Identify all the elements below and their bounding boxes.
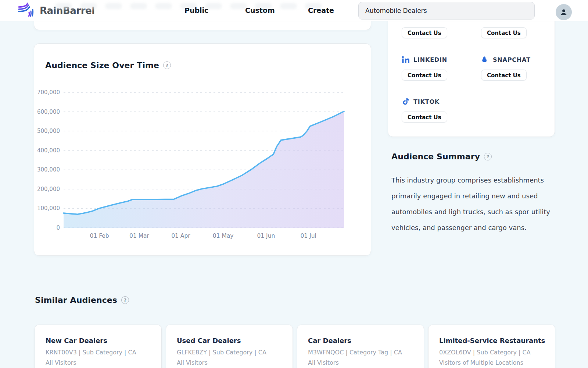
similar-card-meta: GLFKE8ZY | Sub Category | CA <box>177 349 285 356</box>
audience-summary-body: This industry group comprises establishm… <box>391 172 561 236</box>
nav-ghost-item <box>105 3 122 9</box>
summary-line: primarily engaged in retailing new and u… <box>391 188 561 204</box>
similar-audience-card[interactable]: Car Dealers M3WFNQOC | Category Tag | CA… <box>297 325 424 368</box>
similar-card-title: New Car Dealers <box>46 337 154 344</box>
contact-us-button[interactable]: Contact Us <box>402 112 447 123</box>
platform-linkedin: LINKEDIN <box>402 56 447 64</box>
platform-label: LINKEDIN <box>413 56 447 63</box>
contact-us-button[interactable]: Contact Us <box>402 27 447 38</box>
svg-text:01 Apr: 01 Apr <box>171 233 190 239</box>
help-icon[interactable]: ? <box>121 296 129 304</box>
contact-us-button[interactable]: Contact Us <box>481 27 527 38</box>
nav-ghost-item <box>80 3 97 9</box>
similar-card-title: Car Dealers <box>308 337 416 344</box>
contact-us-button[interactable]: Contact Us <box>481 70 527 81</box>
similar-card-meta: KRNT00V3 | Sub Category | CA <box>46 349 154 356</box>
svg-text:200,000: 200,000 <box>37 186 60 192</box>
platform-tiktok: TIKTOK <box>402 98 440 106</box>
help-icon[interactable]: ? <box>484 153 492 160</box>
svg-text:01 Mar: 01 Mar <box>129 233 150 239</box>
svg-text:300,000: 300,000 <box>37 166 60 173</box>
svg-text:0: 0 <box>56 224 60 231</box>
similar-card-audience: Visitors of Multiple Locations <box>439 359 548 366</box>
similar-audiences-list: New Car Dealers KRNT00V3 | Sub Category … <box>35 325 555 368</box>
svg-text:01 Feb: 01 Feb <box>90 233 109 239</box>
similar-card-title: Limited-Service Restaurants <box>439 337 548 344</box>
platform-label: SNAPCHAT <box>493 56 531 63</box>
svg-text:400,000: 400,000 <box>37 147 60 154</box>
nav-ghost-item <box>55 3 72 9</box>
audience-search-input[interactable] <box>358 2 535 20</box>
svg-text:500,000: 500,000 <box>37 128 60 134</box>
summary-line: vehicles, and passenger and cargo vans. <box>391 220 561 236</box>
tiktok-icon <box>402 98 410 106</box>
similar-card-title: Used Car Dealers <box>177 337 285 344</box>
nav-create[interactable]: Create <box>308 6 334 14</box>
summary-line: This industry group comprises establishm… <box>391 172 561 188</box>
svg-text:600,000: 600,000 <box>37 109 60 115</box>
similar-card-audience: All Visitors <box>177 359 285 366</box>
platform-label: TIKTOK <box>413 98 440 105</box>
chart-title: Audience Size Over Time <box>45 61 159 70</box>
svg-text:01 Jun: 01 Jun <box>257 233 275 239</box>
snapchat-icon <box>481 56 490 64</box>
nav-custom[interactable]: Custom <box>245 6 275 14</box>
nav-public[interactable]: Public <box>184 6 208 14</box>
audience-summary: Audience Summary ? This industry group c… <box>391 152 561 236</box>
svg-text:01 Jul: 01 Jul <box>300 233 316 239</box>
similar-audience-card[interactable]: New Car Dealers KRNT00V3 | Sub Category … <box>35 325 162 368</box>
linkedin-icon <box>402 56 410 64</box>
nav-ghost-item <box>230 3 247 9</box>
nav-ghost-item <box>130 3 147 9</box>
svg-text:100,000: 100,000 <box>37 205 60 212</box>
help-icon[interactable]: ? <box>163 61 171 69</box>
similar-audience-card[interactable]: Used Car Dealers GLFKE8ZY | Sub Category… <box>166 325 293 368</box>
rainbarrel-logo-icon <box>18 2 35 19</box>
platform-snapchat: SNAPCHAT <box>481 56 531 64</box>
person-icon <box>559 7 569 17</box>
similar-audience-card[interactable]: Limited-Service Restaurants 0XZOL6DV | S… <box>428 325 555 368</box>
nav-ghost-item <box>280 3 297 9</box>
similar-card-audience: All Visitors <box>46 359 154 366</box>
similar-card-audience: All Visitors <box>308 359 416 366</box>
nav-ghost-item <box>155 3 172 9</box>
navbar: RainBarrel Public Custom Create <box>0 0 588 21</box>
similar-audiences-title: Similar Audiences <box>35 296 117 305</box>
similar-card-meta: 0XZOL6DV | Sub Category | CA <box>439 349 548 356</box>
audience-size-chart: 0100,000200,000300,000400,000500,000600,… <box>34 84 372 246</box>
audience-summary-title: Audience Summary <box>391 152 480 161</box>
similar-audiences-header: Similar Audiences ? <box>35 296 129 305</box>
svg-text:01 May: 01 May <box>213 233 234 239</box>
page: Audience Size Over Time ? 0100,000200,00… <box>0 0 588 368</box>
svg-text:700,000: 700,000 <box>37 89 60 96</box>
similar-card-meta: M3WFNQOC | Category Tag | CA <box>308 349 416 356</box>
audience-size-card: Audience Size Over Time ? 0100,000200,00… <box>34 43 371 256</box>
contact-us-button[interactable]: Contact Us <box>402 70 447 81</box>
summary-line: automobiles and ligh trucks, such as spo… <box>391 204 561 220</box>
user-avatar[interactable] <box>556 4 572 20</box>
